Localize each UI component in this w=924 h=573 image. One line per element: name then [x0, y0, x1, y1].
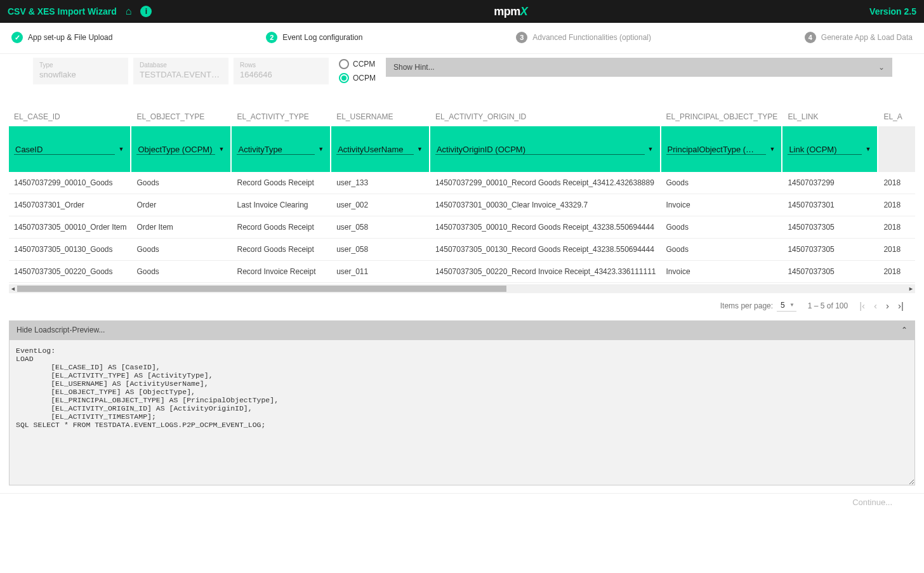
scroll-track[interactable] [17, 286, 907, 292]
step-3[interactable]: 3Advanced Functionalities (optional) [516, 32, 651, 43]
topbar-left: CSV & XES Import Wizard ⌂ i [8, 6, 152, 17]
stepper: App set-up & File Upload 2Event Log conf… [0, 23, 924, 54]
table-cell: user_002 [331, 194, 430, 216]
info-icon[interactable]: i [140, 6, 152, 17]
table-cell: Order [131, 194, 232, 216]
column-mapping-select[interactable]: ActivityOriginID (OCPM)▼ [430, 126, 661, 172]
source-column-header: EL_CASE_ID [9, 93, 131, 126]
mapping-table-wrap: EL_CASE_IDEL_OBJECT_TYPEEL_ACTIVITY_TYPE… [0, 93, 924, 320]
continue-button[interactable]: Continue... [852, 497, 892, 507]
table-row: 14507037305_00010_Order ItemOrder ItemRe… [9, 216, 915, 239]
dropdown-arrow-icon: ▼ [219, 146, 225, 152]
dropdown-arrow-icon: ▼ [318, 146, 324, 152]
scroll-right-icon[interactable]: ► [908, 286, 914, 292]
dropdown-arrow-icon: ▼ [865, 146, 871, 152]
table-cell: 14507037305 [782, 239, 878, 261]
dropdown-arrow-icon: ▼ [648, 146, 654, 152]
column-mapping-select[interactable]: CaseID▼ [9, 126, 131, 172]
table-cell: Record Invoice Receipt [232, 261, 331, 283]
last-page-icon[interactable]: ›| [898, 300, 904, 311]
table-cell: 14507037305_00130_Goods [9, 239, 131, 261]
source-column-header: EL_USERNAME [331, 93, 430, 126]
type-field: Type snowflake [33, 58, 128, 84]
table-cell: 14507037299 [782, 172, 878, 194]
type-label: Type [39, 62, 122, 69]
hint-label: Show Hint... [393, 63, 435, 72]
topbar: CSV & XES Import Wizard ⌂ i mpmX Version… [0, 0, 924, 23]
table-cell: 14507037301 [782, 194, 878, 216]
step-2[interactable]: 2Event Log configuration [266, 32, 362, 43]
table-cell: Goods [661, 172, 783, 194]
table-cell: Record Goods Receipt [232, 172, 331, 194]
per-page-select[interactable]: 5 [777, 300, 796, 312]
table-cell: user_058 [331, 239, 430, 261]
table-cell: 2018 [878, 172, 915, 194]
radio-ccpm-label: CCPM [353, 60, 375, 69]
table-cell: Invoice [661, 194, 783, 216]
table-cell: 14507037305_00010_Order Item [9, 216, 131, 239]
source-column-header: EL_A [878, 93, 915, 126]
version-label: Version 2.5 [869, 6, 916, 16]
dropdown-arrow-icon: ▼ [769, 146, 775, 152]
horizontal-scrollbar[interactable]: ◄ ► [9, 284, 915, 293]
table-cell: 14507037305_00010_Record Goods Receipt_4… [430, 216, 661, 239]
home-icon[interactable]: ⌂ [126, 6, 132, 17]
table-cell: 14507037305_00130_Record Goods Receipt_4… [430, 239, 661, 261]
dropdown-arrow-icon: ▼ [119, 146, 124, 152]
step-4-label: Generate App & Load Data [821, 33, 913, 42]
show-hint-panel[interactable]: Show Hint... ⌄ [386, 58, 892, 77]
app-title: CSV & XES Import Wizard [8, 6, 117, 16]
step-2-label: Event Log configuration [282, 33, 362, 42]
radio-ocpm[interactable]: OCPM [339, 73, 376, 83]
column-mapping-select[interactable]: ObjectType (OCPM)▼ [131, 126, 232, 172]
loadscript-body[interactable]: EventLog: LOAD [EL_CASE_ID] AS [CaseID],… [9, 339, 915, 485]
table-row: 14507037301_OrderOrderLast Invoice Clear… [9, 194, 915, 216]
database-field: Database TESTDATA.EVENT_LOGS. [133, 58, 228, 84]
table-row: 14507037305_00130_GoodsGoodsRecord Goods… [9, 239, 915, 261]
table-row: 14507037305_00220_GoodsGoodsRecord Invoi… [9, 261, 915, 283]
next-page-icon[interactable]: › [886, 300, 889, 311]
step-1[interactable]: App set-up & File Upload [11, 32, 112, 43]
table-cell: 14507037301_00030_Clear Invoice_43329.7 [430, 194, 661, 216]
table-row: 14507037299_00010_GoodsGoodsRecord Goods… [9, 172, 915, 194]
table-cell: Goods [661, 239, 783, 261]
table-cell: user_058 [331, 216, 430, 239]
dropdown-arrow-icon: ▼ [417, 146, 423, 152]
table-cell: user_011 [331, 261, 430, 283]
paginator: Items per page: 5 1 – 5 of 100 |‹ ‹ › ›| [9, 293, 915, 320]
column-mapping-select[interactable]: ActivityType▼ [232, 126, 331, 172]
chevron-up-icon: ⌃ [901, 326, 908, 334]
model-radio-group: CCPM OCPM [339, 58, 376, 83]
column-mapping-select[interactable]: Link (OCPM)▼ [782, 126, 878, 172]
loadscript-header[interactable]: Hide Loadscript-Preview... ⌃ [9, 320, 915, 339]
table-cell: 14507037301_Order [9, 194, 131, 216]
table-cell: Goods [131, 239, 232, 261]
table-cell: 2018 [878, 261, 915, 283]
table-cell: 14507037305 [782, 261, 878, 283]
radio-ocpm-label: OCPM [353, 74, 376, 82]
table-cell: 2018 [878, 216, 915, 239]
scroll-thumb[interactable] [17, 286, 506, 292]
source-column-header: EL_ACTIVITY_TYPE [232, 93, 331, 126]
table-scroll[interactable]: EL_CASE_IDEL_OBJECT_TYPEEL_ACTIVITY_TYPE… [9, 93, 915, 283]
column-mapping-select[interactable]: PrincipalObjectType (…▼ [661, 126, 783, 172]
scroll-left-icon[interactable]: ◄ [10, 286, 16, 292]
radio-ccpm[interactable]: CCPM [339, 59, 376, 69]
prev-page-icon[interactable]: ‹ [874, 300, 877, 311]
chevron-down-icon: ⌄ [878, 63, 885, 72]
source-column-header: EL_PRINCIPAL_OBJECT_TYPE [661, 93, 783, 126]
column-mapping-select[interactable]: ActivityUserName▼ [331, 126, 430, 172]
column-mapping-select[interactable] [878, 126, 915, 172]
step-4[interactable]: 4Generate App & Load Data [805, 32, 913, 43]
loadscript-panel: Hide Loadscript-Preview... ⌃ EventLog: L… [9, 320, 915, 485]
table-cell: 2018 [878, 239, 915, 261]
first-page-icon[interactable]: |‹ [859, 300, 865, 311]
page-range: 1 – 5 of 100 [808, 301, 848, 310]
items-per-page: Items per page: 5 [720, 300, 796, 312]
table-cell: Last Invoice Clearing [232, 194, 331, 216]
table-cell: 14507037299_00010_Goods [9, 172, 131, 194]
config-row: Type snowflake Database TESTDATA.EVENT_L… [0, 54, 924, 93]
source-column-header: EL_OBJECT_TYPE [131, 93, 232, 126]
rows-value: 1646646 [240, 70, 322, 79]
table-cell: Record Goods Receipt [232, 239, 331, 261]
